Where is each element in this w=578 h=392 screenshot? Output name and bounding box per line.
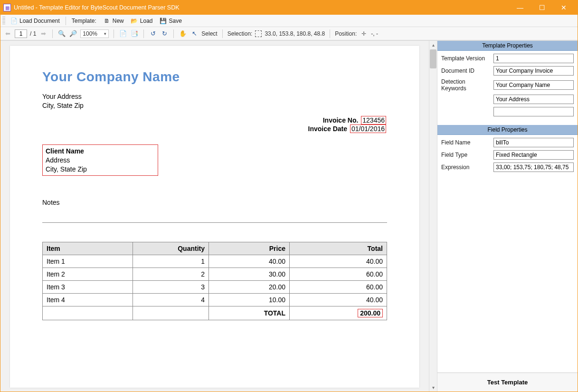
nav-prev-icon[interactable]: ⬅ [3,29,12,38]
field-invoice-date[interactable]: 01/01/2016 [350,124,386,133]
pointer-tool-icon[interactable]: ↖ [190,29,199,38]
sender-address: Your Address City, State Zip [42,92,387,110]
load-document-button[interactable]: 📄 Load Document [7,16,63,26]
close-button[interactable]: ✕ [553,0,575,15]
document-viewer[interactable]: Your Company Name Your Address City, Sta… [0,41,437,392]
keywords-label: Detection Keywords [441,78,491,92]
rotate-right-icon[interactable]: ↻ [160,29,169,38]
scroll-down-icon[interactable]: ▾ [429,383,437,392]
titlebar: ▦ Untitled - Template Editor for ByteSco… [0,0,578,15]
company-name: Your Company Name [42,69,387,85]
keyword-input-0[interactable] [493,80,574,90]
window-title: Untitled - Template Editor for ByteScout… [14,4,509,11]
save-icon: 💾 [159,17,167,25]
table-header: Item [43,242,133,255]
field-total[interactable]: 200.00 [358,309,383,317]
maximize-button[interactable]: ☐ [531,0,553,15]
position-label: Position: [335,30,357,37]
single-page-icon[interactable]: 📄 [119,29,127,38]
template-properties-header: Template Properties [437,41,578,51]
scroll-thumb[interactable] [430,49,436,68]
field-properties-header: Field Properties [437,125,578,135]
scroll-up-icon[interactable]: ▴ [429,41,437,49]
field-name-label: Field Name [441,139,491,146]
select-tool-label[interactable]: Select [201,30,217,37]
folder-icon: 📄 [10,17,18,25]
hand-tool-icon[interactable]: ✋ [179,29,187,38]
table-row: Item 3320.0060.00 [43,281,387,294]
template-label: Template: [69,17,99,25]
table-header: Price [209,242,290,255]
items-table: Item Quantity Price Total Item 1140.0040… [42,242,387,320]
document-id-input[interactable] [493,66,574,76]
open-folder-icon: 📂 [131,17,138,25]
rotate-left-icon[interactable]: ↺ [149,29,157,38]
zoom-combo[interactable]: 100%▾ [80,29,109,38]
template-version-label: Template Version [441,55,491,62]
field-billto[interactable]: Client Name Address City, State Zip [42,144,158,176]
minimize-button[interactable]: — [509,0,531,15]
selection-label: Selection: [227,30,253,37]
selection-box-icon [255,30,262,37]
chevron-down-icon: ▾ [104,31,106,36]
vertical-scrollbar[interactable]: ▴ ▾ [429,41,437,392]
viewer-toolbar: ⬅ / 1 ➡ 🔍 🔎 100%▾ 📄 📑 ↺ ↻ ✋ ↖ Select Sel… [0,27,578,40]
field-type-label: Field Type [441,152,491,158]
total-label: TOTAL [209,306,290,320]
table-header: Total [290,242,387,255]
field-invoice-no[interactable]: 123456 [361,116,386,124]
field-type-input[interactable] [493,150,574,160]
keyword-input-1[interactable] [493,95,574,104]
zoom-out-icon[interactable]: 🔍 [57,29,66,38]
menubar: 📄 Load Document Template: 🗎 New 📂 Load 💾… [0,15,578,27]
page-number-input[interactable] [15,29,27,38]
field-name-input[interactable] [493,138,574,147]
menu-grip [2,17,5,25]
app-icon: ▦ [3,4,11,11]
continuous-page-icon[interactable]: 📑 [130,29,139,38]
expression-label: Expression [441,164,491,171]
divider [42,222,387,223]
properties-panel: Template Properties Template Version Doc… [437,41,578,392]
position-value: -, - [371,30,378,37]
template-new-button[interactable]: 🗎 New [100,16,127,26]
document-page: Your Company Name Your Address City, Sta… [10,46,419,388]
notes-label: Notes [42,199,387,206]
selection-value: 33.0, 153.8, 180.8, 48.8 [265,30,325,37]
new-icon: 🗎 [103,17,111,25]
crosshair-icon: ✛ [360,29,368,38]
expression-input[interactable] [493,163,574,172]
table-row: Item 2230.0060.00 [43,268,387,281]
zoom-in-icon[interactable]: 🔎 [69,29,77,38]
template-version-input[interactable] [493,54,574,63]
template-save-button[interactable]: 💾 Save [156,16,184,26]
document-id-label: Document ID [441,67,491,74]
nav-next-icon[interactable]: ➡ [39,29,47,38]
keyword-input-2[interactable] [493,107,574,116]
table-row: Item 1140.0040.00 [43,255,387,268]
invoice-meta: Invoice No. 123456 Invoice Date 01/01/20… [308,116,386,133]
load-document-label: Load Document [19,18,60,24]
separator [66,17,66,25]
template-load-button[interactable]: 📂 Load [128,16,156,26]
page-total-label: / 1 [30,30,36,37]
table-header: Quantity [133,242,209,255]
table-row: Item 4410.0040.00 [43,294,387,306]
test-template-button[interactable]: Test Template [437,373,578,392]
